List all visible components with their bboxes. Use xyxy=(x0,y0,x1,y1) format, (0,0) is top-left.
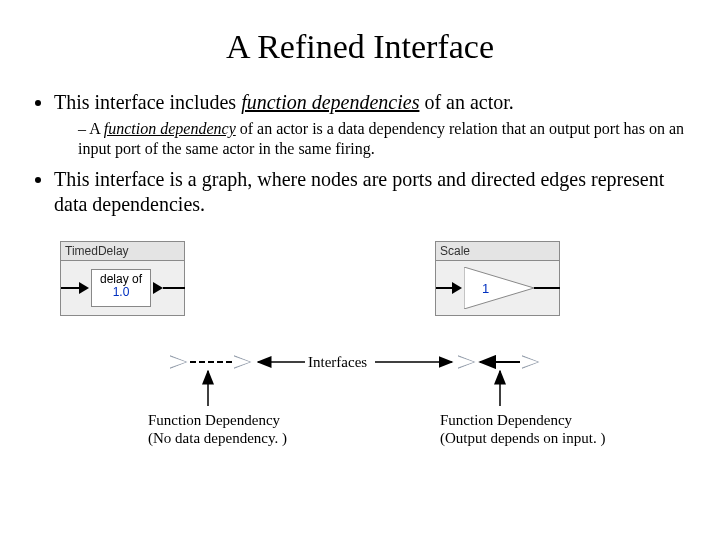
scale-block: Scale 1 xyxy=(435,241,560,316)
wire xyxy=(61,287,81,289)
timeddelay-block: TimedDelay delay of 1.0 xyxy=(60,241,185,316)
input-port-icon xyxy=(79,282,89,294)
inner-box: delay of 1.0 xyxy=(91,269,151,307)
gain-triangle-icon: 1 xyxy=(464,267,534,309)
caption-line: (Output depends on input. ) xyxy=(440,429,605,447)
sub-bullet-1: A function dependency of an actor is a d… xyxy=(78,119,690,159)
input-port-icon xyxy=(452,282,462,294)
gain-value: 1 xyxy=(482,281,489,296)
wire xyxy=(163,287,185,289)
svg-marker-0 xyxy=(464,267,534,309)
text: A xyxy=(89,120,104,137)
no-dependency-edge xyxy=(190,361,232,363)
text: of an actor. xyxy=(419,91,513,113)
caption-line: (No data dependency. ) xyxy=(148,429,287,447)
diagram: TimedDelay delay of 1.0 Scale xyxy=(30,241,690,491)
interfaces-label: Interfaces xyxy=(308,354,367,371)
block-title: TimedDelay xyxy=(61,242,184,261)
wire xyxy=(534,287,560,289)
output-port-icon xyxy=(153,282,163,294)
slide: A Refined Interface This interface inclu… xyxy=(0,0,720,540)
emph-term: function dependencies xyxy=(241,91,419,113)
block-body: delay of 1.0 xyxy=(61,261,184,315)
caption-line: Function Dependency xyxy=(440,411,605,429)
text: This interface includes xyxy=(54,91,241,113)
port-node-icon xyxy=(458,355,476,369)
block-body: 1 xyxy=(436,261,559,315)
block-title: Scale xyxy=(436,242,559,261)
bullet-list: This interface includes function depende… xyxy=(36,90,690,217)
port-node-icon xyxy=(522,355,540,369)
left-caption: Function Dependency (No data dependency.… xyxy=(148,411,287,447)
param-value: 1.0 xyxy=(92,286,150,299)
bullet-1: This interface includes function depende… xyxy=(54,90,690,159)
sub-bullet-list: A function dependency of an actor is a d… xyxy=(78,119,690,159)
port-node-icon xyxy=(170,355,188,369)
slide-title: A Refined Interface xyxy=(30,28,690,66)
emph-term: function dependency xyxy=(104,120,236,137)
bullet-2: This interface is a graph, where nodes a… xyxy=(54,167,690,217)
caption-line: Function Dependency xyxy=(148,411,287,429)
port-node-icon xyxy=(234,355,252,369)
right-caption: Function Dependency (Output depends on i… xyxy=(440,411,605,447)
